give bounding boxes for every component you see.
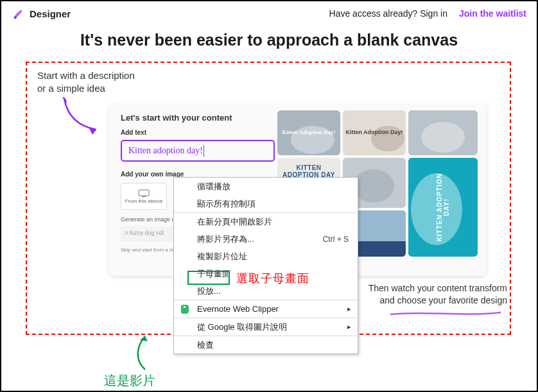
ctx-google-image[interactable]: 從 Google 取得圖片說明 xyxy=(174,318,358,336)
ctx-evernote-label: Evernote Web Clipper xyxy=(197,304,279,314)
green-arrow-icon xyxy=(126,332,158,372)
generate-input[interactable]: A fuzzy dog ridi xyxy=(121,226,178,242)
ctx-save-as[interactable]: 將影片另存為... Ctrl + S xyxy=(174,230,358,248)
monitor-icon xyxy=(138,189,150,197)
annotation-green-box xyxy=(187,271,230,285)
svg-point-7 xyxy=(421,122,465,153)
ctx-show-controls[interactable]: 顯示所有控制項 xyxy=(174,195,358,212)
outro-text: Then watch your content transform and ch… xyxy=(360,282,507,307)
svg-rect-0 xyxy=(139,190,149,196)
svg-point-11 xyxy=(353,169,394,203)
intro-text: Start with a description or a simple ide… xyxy=(37,69,135,94)
context-menu: 循環播放 顯示所有控制項 在新分頁中開啟影片 將影片另存為... Ctrl + … xyxy=(173,177,358,354)
prompt-input[interactable]: Kitten adoption day! xyxy=(121,140,275,162)
tile-7[interactable]: KITTEN ADOPTION DAY! xyxy=(408,158,478,257)
tile-3[interactable] xyxy=(408,110,478,155)
annotation-red-text: 選取子母畫面 xyxy=(236,271,309,286)
prompt-value: Kitten adoption day! xyxy=(128,146,203,156)
ctx-evernote[interactable]: Evernote Web Clipper xyxy=(174,300,358,318)
svg-rect-1 xyxy=(142,196,146,197)
ctx-save-as-shortcut: Ctrl + S xyxy=(323,235,349,244)
annotation-green-text: 這是影片 xyxy=(104,372,155,389)
purple-underline-icon xyxy=(389,309,502,318)
ctx-inspect[interactable]: 檢查 xyxy=(174,336,358,354)
ctx-open-new-tab[interactable]: 在新分頁中開啟影片 xyxy=(174,213,358,230)
from-device-button[interactable]: From this device xyxy=(121,183,167,210)
from-device-label: From this device xyxy=(125,198,163,204)
ctx-copy-location[interactable]: 複製影片位址 xyxy=(174,248,358,265)
ctx-save-as-label: 將影片另存為... xyxy=(197,234,254,245)
arrow-purple-icon xyxy=(56,96,108,139)
tile-1[interactable]: Kitten Adoption Day! xyxy=(277,110,340,155)
tile-2[interactable]: Kitten Adoption Day! xyxy=(343,110,406,155)
ctx-loop[interactable]: 循環播放 xyxy=(174,178,358,195)
evernote-icon xyxy=(180,304,191,314)
